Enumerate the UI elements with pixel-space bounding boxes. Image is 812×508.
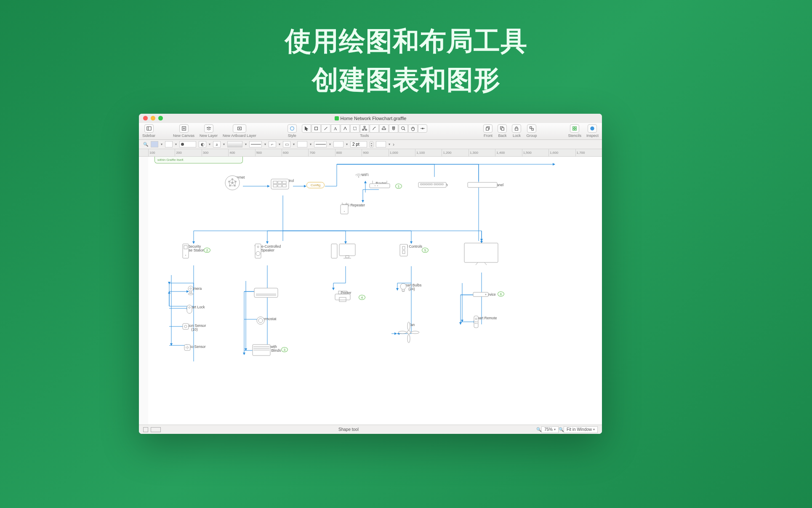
badge-1: 1 <box>395 184 402 189</box>
window-minimize[interactable] <box>151 116 155 120</box>
badge-6: 6 <box>498 291 504 297</box>
tool-point[interactable] <box>418 124 427 133</box>
tool-hand[interactable] <box>408 124 418 133</box>
node-desktop[interactable]: Desktop <box>331 243 361 248</box>
line-hop-opt[interactable] <box>376 141 386 147</box>
node-smart-ac[interactable]: Smart AC <box>253 287 281 292</box>
node-window-blinds[interactable]: Window with Automated Blinds3 <box>252 344 282 353</box>
node-switch[interactable]: 10-Port Switch <box>418 182 454 187</box>
line-style-opt[interactable] <box>314 141 327 147</box>
node-router[interactable]: Router 1 <box>368 180 394 185</box>
svg-rect-64 <box>341 205 348 214</box>
tool-diagram[interactable] <box>360 124 369 133</box>
svg-rect-81 <box>464 243 498 262</box>
svg-point-111 <box>407 334 410 343</box>
svg-rect-63 <box>468 182 497 187</box>
corner-opt[interactable]: ⌐ <box>269 141 276 147</box>
tool-shape[interactable] <box>311 124 321 133</box>
node-speaker[interactable]: Voice-Controlled Speaker <box>254 243 281 253</box>
guides-toggle-icon[interactable] <box>151 427 161 432</box>
stroke-swatch[interactable] <box>165 141 173 147</box>
svg-rect-104 <box>335 294 350 300</box>
svg-point-67 <box>344 211 345 212</box>
new-layer-button[interactable] <box>204 124 213 133</box>
svg-point-98 <box>257 317 264 324</box>
node-motion-sensor[interactable]: Motion Sensor (10) <box>182 323 207 332</box>
node-wall-controls[interactable]: Wall Controls 5 <box>399 243 424 249</box>
tool-brush[interactable] <box>370 124 379 133</box>
node-config[interactable]: Config <box>306 183 325 187</box>
svg-rect-9 <box>314 127 317 130</box>
zoom-level[interactable]: 75%▾ <box>541 426 559 433</box>
svg-point-107 <box>400 283 406 289</box>
node-camera[interactable]: Camera <box>187 286 204 291</box>
group-button[interactable] <box>527 124 536 133</box>
window-close[interactable] <box>143 116 148 120</box>
style-button[interactable] <box>288 124 297 133</box>
chevron-down-icon[interactable]: ▾ <box>175 142 177 146</box>
tool-magnet[interactable] <box>389 124 398 133</box>
svg-rect-21 <box>486 128 489 130</box>
node-smart-remote[interactable]: Smart Remote <box>473 315 498 320</box>
svg-rect-26 <box>532 128 533 130</box>
tool-zoom[interactable] <box>399 124 408 133</box>
stroke-width-input[interactable] <box>350 141 367 147</box>
badge-2: 2 <box>204 248 210 253</box>
tool-artboard[interactable] <box>350 124 359 133</box>
tool-stamp[interactable] <box>379 124 389 133</box>
tool-text[interactable]: A <box>331 124 340 133</box>
svg-point-112 <box>398 331 407 334</box>
new-layer-label: New Layer <box>200 134 218 138</box>
canvas-area[interactable]: within Graffle itself. <box>139 157 602 425</box>
node-media-device[interactable]: Media Device6 <box>472 291 498 297</box>
document-title: Home Network Flowchart.graffle <box>341 116 407 121</box>
chevron-down-icon[interactable]: ▾ <box>161 142 162 146</box>
app-window: Home Network Flowchart.graffle Sidebar N… <box>139 114 602 434</box>
node-fan[interactable]: Fan <box>398 322 425 327</box>
sidebar-button[interactable] <box>144 124 154 133</box>
back-button[interactable] <box>498 124 507 133</box>
shape-opt[interactable]: ▭ <box>283 141 290 147</box>
node-wifi-icon[interactable]: WiFi <box>354 172 375 177</box>
lock-button[interactable] <box>512 124 521 133</box>
node-repeater[interactable]: WiFi Repeater <box>339 202 368 207</box>
node-internet[interactable]: Internet <box>224 174 253 179</box>
promo-heading-1: 使用绘图和布局工具 <box>0 0 812 59</box>
search-icon[interactable]: 🔍 <box>143 142 148 147</box>
tool-select[interactable] <box>302 124 311 133</box>
font-opt[interactable]: a <box>213 141 221 147</box>
svg-point-115 <box>485 294 487 295</box>
shadow-opt[interactable]: ◐ <box>199 141 206 147</box>
tool-line[interactable] <box>321 124 330 133</box>
window-zoom[interactable] <box>158 116 163 120</box>
node-audio-sensor[interactable]: Audio Sensor <box>184 344 206 349</box>
node-smart-bulbs[interactable]: Smart Bulbs (24) <box>399 282 424 291</box>
zoom-in-icon[interactable]: 🔍 <box>559 427 564 432</box>
node-thermostat[interactable]: Thermostat <box>256 316 279 321</box>
tool-pen[interactable] <box>341 124 350 133</box>
stencils-button[interactable] <box>570 124 579 133</box>
node-smart-lock[interactable]: Smart Lock <box>186 304 205 309</box>
stepper-icon[interactable]: ▴▾ <box>370 141 373 148</box>
document-icon <box>335 116 339 120</box>
node-security[interactable]: Security Base Station 2 <box>182 243 207 253</box>
stencils-label: Stencils <box>568 134 581 138</box>
zoom-out-icon[interactable]: 🔍 <box>536 427 541 432</box>
front-button[interactable] <box>483 124 493 133</box>
node-home-control[interactable]: Home Control <box>270 178 296 183</box>
fill-swatch[interactable] <box>151 141 158 147</box>
fit-window[interactable]: Fit in Window▾ <box>564 426 598 433</box>
svg-point-47 <box>358 176 359 177</box>
node-smart-tv[interactable]: Smart TV <box>463 242 501 247</box>
new-artboard-button[interactable] <box>233 124 246 133</box>
node-printer[interactable]: Printer4 <box>333 290 359 295</box>
inspect-button[interactable]: i <box>588 124 597 133</box>
node-patch-panel[interactable]: 12-Port Patch Panel <box>467 182 508 187</box>
arrow-start-opt[interactable] <box>297 141 307 147</box>
arrow-end-opt[interactable] <box>333 141 343 147</box>
svg-rect-89 <box>183 324 189 329</box>
svg-rect-14 <box>365 129 366 131</box>
svg-point-51 <box>375 185 375 186</box>
svg-rect-76 <box>346 256 349 258</box>
new-canvas-button[interactable] <box>179 124 189 133</box>
